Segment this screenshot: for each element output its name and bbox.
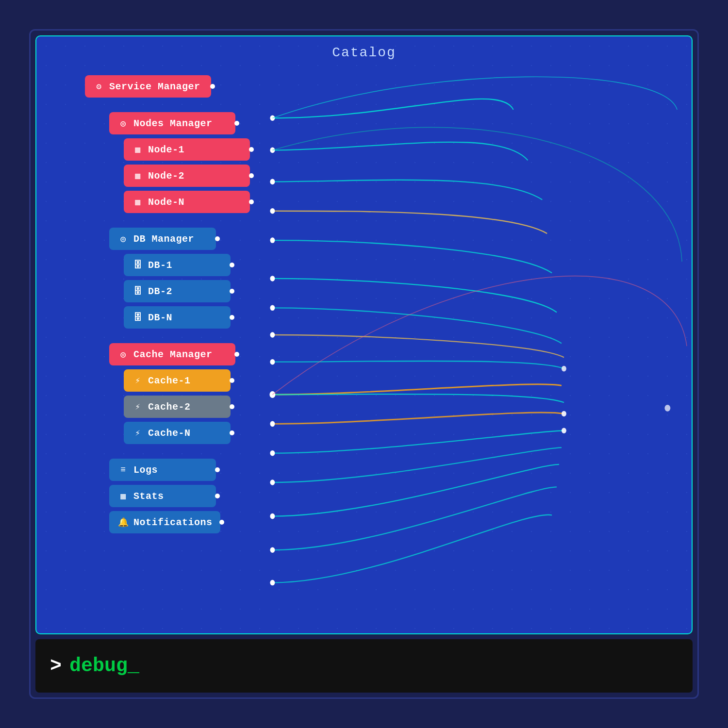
- notifications-node[interactable]: 🔔 Notifications: [109, 511, 220, 533]
- catalog-panel: Catalog: [35, 35, 693, 634]
- svg-point-14: [270, 547, 275, 553]
- cache1-icon: ⚡: [132, 374, 144, 387]
- db1-label: DB-1: [148, 260, 172, 271]
- svg-point-18: [562, 366, 566, 372]
- cache1-label: Cache-1: [148, 375, 191, 386]
- svg-point-15: [270, 580, 275, 586]
- db-manager-label: DB Manager: [133, 233, 194, 245]
- node2-icon: ▦: [132, 169, 144, 182]
- db2-label: DB-2: [148, 286, 172, 297]
- logs-icon: ≡: [117, 463, 130, 476]
- nodeN-node[interactable]: ▦ Node-N: [124, 191, 250, 213]
- terminal-bar: > debug_: [35, 639, 693, 693]
- stats-icon: ▦: [117, 490, 130, 502]
- db-manager-node[interactable]: ◎ DB Manager: [109, 228, 216, 250]
- nodes-manager-node[interactable]: ◎ Nodes Manager: [109, 112, 235, 134]
- db1-node[interactable]: 🗄 DB-1: [124, 254, 231, 276]
- cache-manager-node[interactable]: ◎ Cache Manager: [109, 343, 235, 365]
- nodes-manager-icon: ◎: [117, 117, 130, 130]
- dbN-label: DB-N: [148, 312, 172, 323]
- node2-label: Node-2: [148, 170, 184, 182]
- db-manager-icon: ◎: [117, 232, 130, 245]
- dbN-icon: 🗄: [132, 311, 144, 324]
- logs-label: Logs: [133, 464, 158, 476]
- outer-container: Catalog: [29, 29, 699, 699]
- stats-node[interactable]: ▦ Stats: [109, 485, 216, 507]
- terminal-prompt: >: [50, 655, 62, 677]
- svg-point-19: [664, 405, 670, 412]
- stats-label: Stats: [133, 491, 164, 502]
- cacheN-node[interactable]: ⚡ Cache-N: [124, 422, 231, 444]
- logs-node[interactable]: ≡ Logs: [109, 459, 216, 481]
- cache2-node[interactable]: ⚡ Cache-2: [124, 396, 231, 418]
- notifications-label: Notifications: [133, 517, 213, 528]
- cache-manager-label: Cache Manager: [133, 349, 213, 360]
- catalog-title: Catalog: [332, 45, 396, 60]
- node1-icon: ▦: [132, 143, 144, 156]
- service-manager-node[interactable]: ⚙ Service Manager: [85, 75, 211, 98]
- cache2-label: Cache-2: [148, 401, 191, 413]
- db2-icon: 🗄: [132, 285, 144, 298]
- node1-node[interactable]: ▦ Node-1: [124, 138, 250, 161]
- nodes-manager-label: Nodes Manager: [133, 118, 213, 129]
- cache-manager-icon: ◎: [117, 348, 130, 361]
- node2-node[interactable]: ▦ Node-2: [124, 165, 250, 187]
- service-manager-icon: ⚙: [93, 80, 105, 93]
- dbN-node[interactable]: 🗄 DB-N: [124, 306, 231, 329]
- db2-node[interactable]: 🗄 DB-2: [124, 280, 231, 302]
- node1-label: Node-1: [148, 144, 184, 155]
- svg-point-17: [562, 428, 566, 433]
- nodes-area: ⚙ Service Manager ◎ Nodes Manager ▦ Node…: [85, 75, 294, 533]
- cache2-icon: ⚡: [132, 400, 144, 413]
- terminal-command[interactable]: debug_: [69, 655, 139, 677]
- nodeN-label: Node-N: [148, 197, 184, 208]
- db1-icon: 🗄: [132, 259, 144, 271]
- cacheN-label: Cache-N: [148, 428, 191, 439]
- notifications-icon: 🔔: [117, 516, 130, 529]
- svg-point-16: [562, 411, 566, 417]
- nodeN-icon: ▦: [132, 196, 144, 208]
- service-manager-label: Service Manager: [109, 81, 200, 92]
- cacheN-icon: ⚡: [132, 427, 144, 439]
- cache1-node[interactable]: ⚡ Cache-1: [124, 369, 231, 392]
